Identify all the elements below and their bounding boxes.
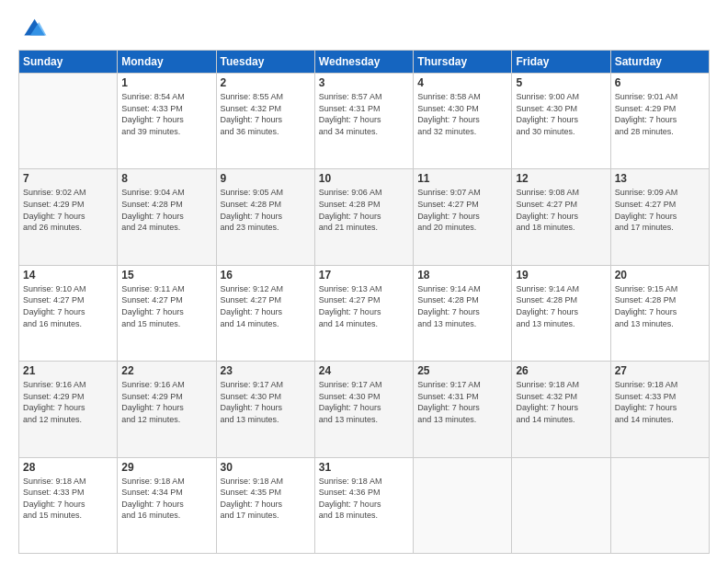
day-number: 19 <box>516 269 606 282</box>
calendar-cell: 22Sunrise: 9:16 AM Sunset: 4:29 PM Dayli… <box>118 362 216 457</box>
calendar-cell: 18Sunrise: 9:14 AM Sunset: 4:28 PM Dayli… <box>414 265 512 361</box>
day-number: 7 <box>23 172 113 185</box>
calendar-cell: 13Sunrise: 9:09 AM Sunset: 4:27 PM Dayli… <box>610 169 709 265</box>
day-info: Sunrise: 9:10 AM Sunset: 4:27 PM Dayligh… <box>23 283 113 329</box>
calendar-cell: 6Sunrise: 9:01 AM Sunset: 4:29 PM Daylig… <box>610 74 709 169</box>
day-info: Sunrise: 9:11 AM Sunset: 4:27 PM Dayligh… <box>121 283 211 329</box>
day-info: Sunrise: 9:08 AM Sunset: 4:27 PM Dayligh… <box>516 187 606 233</box>
day-info: Sunrise: 8:54 AM Sunset: 4:33 PM Dayligh… <box>121 91 211 137</box>
day-info: Sunrise: 8:55 AM Sunset: 4:32 PM Dayligh… <box>221 91 311 137</box>
calendar-cell: 3Sunrise: 8:57 AM Sunset: 4:31 PM Daylig… <box>314 74 413 169</box>
calendar-cell: 5Sunrise: 9:00 AM Sunset: 4:30 PM Daylig… <box>512 74 610 169</box>
day-number: 6 <box>615 76 705 89</box>
calendar-cell: 9Sunrise: 9:05 AM Sunset: 4:28 PM Daylig… <box>216 169 314 265</box>
day-number: 15 <box>121 269 211 282</box>
calendar-cell: 21Sunrise: 9:16 AM Sunset: 4:29 PM Dayli… <box>19 362 118 457</box>
calendar-cell: 4Sunrise: 8:58 AM Sunset: 4:30 PM Daylig… <box>414 74 512 169</box>
day-info: Sunrise: 9:17 AM Sunset: 4:30 PM Dayligh… <box>319 379 409 425</box>
calendar-cell: 30Sunrise: 9:18 AM Sunset: 4:35 PM Dayli… <box>216 457 314 553</box>
calendar-cell: 19Sunrise: 9:14 AM Sunset: 4:28 PM Dayli… <box>512 265 610 361</box>
calendar-cell: 25Sunrise: 9:17 AM Sunset: 4:31 PM Dayli… <box>414 362 512 457</box>
day-number: 24 <box>319 364 409 377</box>
day-info: Sunrise: 9:09 AM Sunset: 4:27 PM Dayligh… <box>615 187 705 233</box>
day-number: 2 <box>221 76 311 89</box>
calendar-cell: 29Sunrise: 9:18 AM Sunset: 4:34 PM Dayli… <box>118 457 216 553</box>
day-info: Sunrise: 9:18 AM Sunset: 4:33 PM Dayligh… <box>615 379 705 425</box>
day-info: Sunrise: 9:15 AM Sunset: 4:28 PM Dayligh… <box>615 283 705 329</box>
calendar-cell: 28Sunrise: 9:18 AM Sunset: 4:33 PM Dayli… <box>19 457 118 553</box>
day-number: 16 <box>221 269 311 282</box>
day-info: Sunrise: 9:05 AM Sunset: 4:28 PM Dayligh… <box>221 187 311 233</box>
day-info: Sunrise: 9:16 AM Sunset: 4:29 PM Dayligh… <box>121 379 211 425</box>
calendar-cell: 16Sunrise: 9:12 AM Sunset: 4:27 PM Dayli… <box>216 265 314 361</box>
logo-icon <box>18 15 48 40</box>
day-info: Sunrise: 9:18 AM Sunset: 4:34 PM Dayligh… <box>121 476 211 522</box>
day-info: Sunrise: 9:18 AM Sunset: 4:33 PM Dayligh… <box>23 476 113 522</box>
weekday-header: Tuesday <box>216 51 314 74</box>
calendar-week-row: 14Sunrise: 9:10 AM Sunset: 4:27 PM Dayli… <box>19 265 710 361</box>
day-info: Sunrise: 9:14 AM Sunset: 4:28 PM Dayligh… <box>516 283 606 329</box>
day-number: 31 <box>319 461 409 474</box>
calendar-cell: 7Sunrise: 9:02 AM Sunset: 4:29 PM Daylig… <box>19 169 118 265</box>
day-number: 22 <box>121 364 211 377</box>
day-info: Sunrise: 9:16 AM Sunset: 4:29 PM Dayligh… <box>23 379 113 425</box>
weekday-header: Sunday <box>19 51 118 74</box>
day-info: Sunrise: 9:01 AM Sunset: 4:29 PM Dayligh… <box>615 91 705 137</box>
day-number: 8 <box>121 172 211 185</box>
day-number: 3 <box>319 76 409 89</box>
day-info: Sunrise: 8:58 AM Sunset: 4:30 PM Dayligh… <box>417 91 507 137</box>
day-number: 23 <box>221 364 311 377</box>
day-number: 20 <box>615 269 705 282</box>
calendar-week-row: 7Sunrise: 9:02 AM Sunset: 4:29 PM Daylig… <box>19 169 710 265</box>
day-number: 17 <box>319 269 409 282</box>
calendar-cell <box>610 457 709 553</box>
day-number: 26 <box>516 364 606 377</box>
day-info: Sunrise: 9:18 AM Sunset: 4:36 PM Dayligh… <box>319 476 409 522</box>
weekday-header: Thursday <box>414 51 512 74</box>
day-number: 9 <box>221 172 311 185</box>
calendar-cell: 23Sunrise: 9:17 AM Sunset: 4:30 PM Dayli… <box>216 362 314 457</box>
day-info: Sunrise: 9:17 AM Sunset: 4:31 PM Dayligh… <box>417 379 507 425</box>
calendar-cell: 8Sunrise: 9:04 AM Sunset: 4:28 PM Daylig… <box>118 169 216 265</box>
calendar-cell: 15Sunrise: 9:11 AM Sunset: 4:27 PM Dayli… <box>118 265 216 361</box>
calendar-cell: 26Sunrise: 9:18 AM Sunset: 4:32 PM Dayli… <box>512 362 610 457</box>
day-info: Sunrise: 9:18 AM Sunset: 4:32 PM Dayligh… <box>516 379 606 425</box>
day-number: 12 <box>516 172 606 185</box>
day-number: 4 <box>417 76 507 89</box>
day-info: Sunrise: 9:00 AM Sunset: 4:30 PM Dayligh… <box>516 91 606 137</box>
day-number: 11 <box>417 172 507 185</box>
day-number: 5 <box>516 76 606 89</box>
calendar-cell: 14Sunrise: 9:10 AM Sunset: 4:27 PM Dayli… <box>19 265 118 361</box>
calendar-header-row: SundayMondayTuesdayWednesdayThursdayFrid… <box>19 51 710 74</box>
calendar-week-row: 28Sunrise: 9:18 AM Sunset: 4:33 PM Dayli… <box>19 457 710 553</box>
calendar-cell: 31Sunrise: 9:18 AM Sunset: 4:36 PM Dayli… <box>314 457 413 553</box>
calendar-table: SundayMondayTuesdayWednesdayThursdayFrid… <box>18 50 710 554</box>
day-number: 18 <box>417 269 507 282</box>
day-info: Sunrise: 9:12 AM Sunset: 4:27 PM Dayligh… <box>221 283 311 329</box>
day-number: 25 <box>417 364 507 377</box>
calendar-cell: 12Sunrise: 9:08 AM Sunset: 4:27 PM Dayli… <box>512 169 610 265</box>
calendar-cell <box>19 74 118 169</box>
day-number: 28 <box>23 461 113 474</box>
weekday-header: Monday <box>118 51 216 74</box>
calendar-week-row: 1Sunrise: 8:54 AM Sunset: 4:33 PM Daylig… <box>19 74 710 169</box>
day-number: 14 <box>23 269 113 282</box>
day-info: Sunrise: 9:02 AM Sunset: 4:29 PM Dayligh… <box>23 187 113 233</box>
day-info: Sunrise: 8:57 AM Sunset: 4:31 PM Dayligh… <box>319 91 409 137</box>
day-number: 29 <box>121 461 211 474</box>
page: SundayMondayTuesdayWednesdayThursdayFrid… <box>0 0 728 563</box>
calendar-cell: 27Sunrise: 9:18 AM Sunset: 4:33 PM Dayli… <box>610 362 709 457</box>
calendar-cell: 10Sunrise: 9:06 AM Sunset: 4:28 PM Dayli… <box>314 169 413 265</box>
calendar-cell: 2Sunrise: 8:55 AM Sunset: 4:32 PM Daylig… <box>216 74 314 169</box>
day-number: 21 <box>23 364 113 377</box>
calendar-week-row: 21Sunrise: 9:16 AM Sunset: 4:29 PM Dayli… <box>19 362 710 457</box>
weekday-header: Wednesday <box>314 51 413 74</box>
day-info: Sunrise: 9:06 AM Sunset: 4:28 PM Dayligh… <box>319 187 409 233</box>
calendar-cell: 11Sunrise: 9:07 AM Sunset: 4:27 PM Dayli… <box>414 169 512 265</box>
day-number: 10 <box>319 172 409 185</box>
day-number: 13 <box>615 172 705 185</box>
calendar-cell: 20Sunrise: 9:15 AM Sunset: 4:28 PM Dayli… <box>610 265 709 361</box>
day-info: Sunrise: 9:07 AM Sunset: 4:27 PM Dayligh… <box>417 187 507 233</box>
calendar-cell <box>512 457 610 553</box>
weekday-header: Saturday <box>610 51 709 74</box>
